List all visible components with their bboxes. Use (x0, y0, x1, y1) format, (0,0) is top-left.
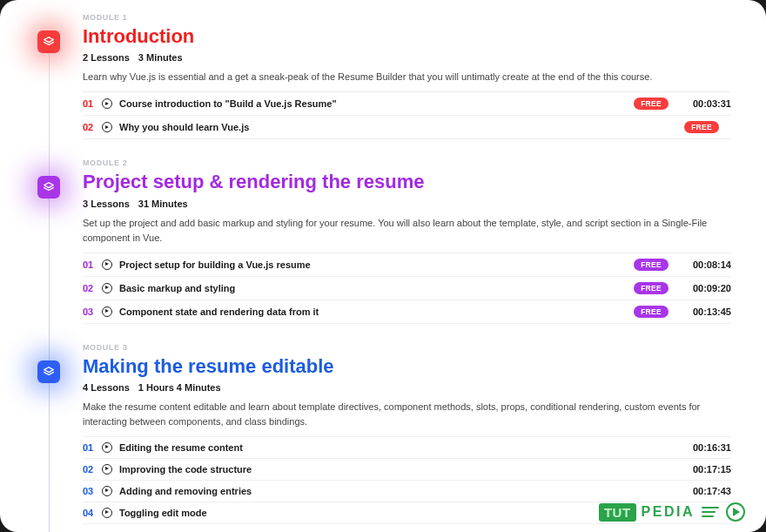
module-meta-lessons: 4 Lessons (83, 382, 130, 393)
module-meta-duration: 31 Minutes (138, 199, 188, 209)
lesson-row[interactable]: 01Editing the resume content00:16:31 (83, 436, 731, 458)
svg-marker-0 (44, 37, 54, 43)
module-title[interactable]: Introduction (83, 25, 731, 47)
play-icon[interactable] (102, 122, 112, 132)
play-circle-icon (726, 502, 745, 522)
module-meta-duration: 1 Hours 4 Minutes (138, 382, 221, 393)
lesson-title: Editing the resume content (119, 442, 681, 453)
lesson-duration: 00:16:31 (681, 442, 731, 453)
watermark: TUT PEDIA (599, 502, 745, 522)
lesson-number: 03 (83, 486, 102, 496)
module-stack-icon (37, 30, 60, 53)
module: MODULE 3Making the resume editable4 Less… (83, 343, 731, 524)
lesson-row[interactable]: 01Course introduction to "Build a Vue.js… (83, 91, 731, 115)
module-title[interactable]: Making the resume editable (83, 355, 731, 377)
module-stack-icon (37, 176, 60, 199)
lesson-row[interactable]: 03Component state and rendering data fro… (83, 300, 731, 324)
free-badge: FREE (634, 282, 669, 294)
module-meta: 4 Lessons1 Hours 4 Minutes (83, 382, 731, 393)
module-title[interactable]: Project setup & rendering the resume (83, 171, 731, 192)
play-icon[interactable] (102, 306, 112, 317)
module-tag: MODULE 3 (83, 343, 731, 352)
module-tag: MODULE 1 (83, 13, 731, 22)
free-badge: FREE (684, 121, 719, 133)
play-icon[interactable] (102, 442, 112, 453)
lesson-title: Improving the code structure (119, 464, 681, 475)
module-meta-duration: 3 Minutes (138, 52, 183, 63)
module-tag: MODULE 2 (83, 158, 731, 167)
lesson-title: Basic markup and styling (119, 283, 634, 293)
play-icon[interactable] (102, 259, 112, 270)
lesson-title: Adding and removing entries (119, 486, 681, 496)
lesson-number: 02 (83, 283, 102, 293)
lesson-duration: 00:17:15 (681, 464, 731, 475)
svg-marker-2 (44, 367, 54, 372)
lesson-number: 01 (83, 259, 102, 270)
lesson-row[interactable]: 02Why you should learn Vue.jsFREE (83, 115, 731, 139)
lesson-row[interactable]: 02Improving the code structure00:17:15 (83, 458, 731, 480)
play-icon[interactable] (102, 464, 112, 475)
modules-container: MODULE 1Introduction2 Lessons3 MinutesLe… (0, 0, 766, 532)
lesson-number: 03 (83, 306, 102, 317)
lesson-title: Why you should learn Vue.js (119, 122, 684, 132)
module-meta-lessons: 2 Lessons (83, 52, 130, 63)
lesson-number: 02 (83, 122, 102, 132)
lesson-number: 02 (83, 464, 102, 475)
lesson-duration: 00:03:31 (681, 98, 731, 109)
watermark-tut: TUT (599, 503, 636, 522)
play-icon[interactable] (102, 98, 112, 109)
lesson-duration: 00:08:14 (681, 259, 731, 270)
module: MODULE 2Project setup & rendering the re… (83, 158, 731, 323)
course-outline-card: MODULE 1Introduction2 Lessons3 MinutesLe… (0, 0, 766, 532)
lesson-number: 04 (83, 508, 102, 518)
free-badge: FREE (634, 98, 669, 110)
module: MODULE 1Introduction2 Lessons3 MinutesLe… (83, 13, 731, 139)
module-meta: 3 Lessons31 Minutes (83, 199, 731, 209)
play-icon[interactable] (102, 283, 112, 293)
module-meta-lessons: 3 Lessons (83, 199, 130, 209)
free-badge: FREE (634, 306, 669, 318)
watermark-pedia: PEDIA (642, 504, 695, 520)
svg-marker-1 (44, 183, 54, 188)
lesson-duration: 00:09:20 (681, 283, 731, 293)
lesson-title: Course introduction to "Build a Vue.js R… (119, 98, 634, 109)
module-stack-icon (37, 360, 60, 383)
module-description: Make the resume content editable and lea… (83, 400, 731, 429)
free-badge: FREE (634, 259, 669, 271)
module-description: Learn why Vue.js is essential and a get … (83, 70, 731, 84)
lesson-row[interactable]: 02Basic markup and stylingFREE00:09:20 (83, 276, 731, 300)
lesson-row[interactable]: 03Adding and removing entries00:17:43 (83, 480, 731, 502)
lesson-row[interactable]: 01Project setup for building a Vue.js re… (83, 253, 731, 276)
lesson-title: Project setup for building a Vue.js resu… (119, 259, 634, 270)
module-description: Set up the project and add basic markup … (83, 216, 731, 246)
lesson-duration: 00:17:43 (681, 486, 731, 496)
lesson-number: 01 (83, 98, 102, 109)
play-icon[interactable] (102, 486, 112, 496)
lesson-duration: 00:13:45 (681, 306, 731, 317)
timeline-line (49, 35, 50, 532)
lesson-title: Component state and rendering data from … (119, 306, 634, 317)
module-meta: 2 Lessons3 Minutes (83, 52, 731, 63)
play-icon[interactable] (102, 508, 112, 518)
lesson-number: 01 (83, 442, 102, 453)
speed-lines-icon (702, 507, 719, 517)
